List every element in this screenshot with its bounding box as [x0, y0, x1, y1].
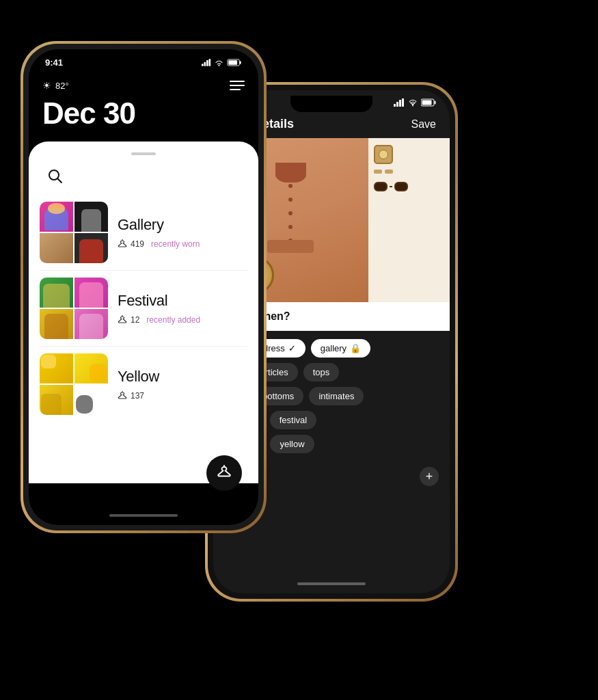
accessories-panel	[368, 138, 450, 302]
grid-cell-0	[40, 202, 73, 232]
festival-item-tag: recently added	[146, 315, 200, 325]
hanger-icon-festival	[118, 315, 127, 325]
grid-cell-1	[74, 202, 108, 232]
search-button[interactable]	[45, 166, 66, 187]
check-icon-dress: ✓	[288, 343, 296, 353]
hanger-icon-yellow	[118, 391, 127, 401]
svg-rect-6	[435, 101, 436, 105]
notch-phone1	[103, 55, 185, 71]
tag-chip-tops[interactable]: tops	[303, 363, 340, 381]
save-button[interactable]: Save	[411, 118, 436, 131]
svg-rect-9	[204, 62, 206, 66]
hanger-icon-gallery	[118, 239, 127, 249]
temperature-display: 82°	[55, 81, 69, 91]
yellow-item-name: Yellow	[118, 368, 247, 386]
hanger-fab-icon	[216, 465, 232, 481]
tag-label-gallery: gallery	[321, 343, 346, 353]
battery-icon-phone1	[227, 59, 242, 66]
grid-cell-3	[74, 233, 108, 263]
phone1-wrapper: 9:41	[21, 41, 267, 533]
svg-rect-14	[240, 61, 241, 64]
svg-point-12	[218, 64, 219, 66]
svg-rect-11	[209, 59, 211, 66]
hamburger-line-3	[230, 89, 241, 90]
tag-label-festival: festival	[280, 415, 307, 425]
tag-chip-gallery[interactable]: gallery 🔒	[311, 339, 370, 358]
svg-line-17	[58, 179, 62, 183]
battery-icon-phone2	[421, 98, 436, 109]
gallery-grid	[40, 202, 108, 263]
gallery-item-meta: 419 recently worn	[118, 239, 247, 249]
yellow-item-count: 137	[118, 391, 144, 401]
phone1-inner: 9:41	[23, 44, 264, 530]
festival-item-info: Festival 12 recently added	[108, 292, 247, 325]
festival-item-meta: 12 recently added	[118, 315, 247, 325]
phone1-screen: 9:41	[29, 49, 258, 525]
notch-phone2	[290, 96, 372, 112]
signal-icon-phone2	[394, 98, 405, 109]
tag-label-intimates: intimates	[318, 391, 354, 401]
tag-label-yellow: yellow	[280, 439, 304, 449]
wardrobe-item-festival[interactable]: Festival 12 recently added	[40, 271, 247, 347]
wifi-icon-phone1	[215, 59, 223, 66]
gallery-item-info: Gallery 419 recently worn	[108, 216, 247, 249]
sun-icon: ☀	[42, 80, 51, 91]
phone1-border: 9:41	[21, 41, 267, 533]
svg-rect-8	[202, 64, 204, 66]
svg-rect-0	[394, 104, 396, 107]
svg-rect-3	[402, 98, 404, 107]
yellow-cell-0	[40, 353, 73, 383]
gallery-item-tag: recently worn	[151, 239, 200, 249]
yellow-cell-1	[74, 353, 108, 383]
add-tag-button[interactable]: +	[420, 467, 439, 486]
festival-item-name: Festival	[118, 292, 247, 310]
tag-chip-festival[interactable]: festival	[270, 411, 316, 429]
hamburger-menu-button[interactable]	[230, 81, 245, 90]
signal-icon-phone1	[202, 59, 211, 66]
wardrobe-item-gallery[interactable]: Gallery 419 recently worn	[40, 195, 247, 271]
grid-cell-2	[40, 233, 73, 263]
yellow-item-info: Yellow 137	[108, 368, 247, 401]
phone1-topbar: ☀ 82°	[29, 75, 258, 96]
weather-info: ☀ 82°	[42, 80, 69, 91]
svg-rect-10	[206, 60, 208, 66]
yellow-item-meta: 137	[118, 391, 247, 401]
hamburger-line-2	[230, 85, 245, 86]
tag-label-bottoms: bottoms	[262, 391, 294, 401]
scene: Edit Details Save	[0, 0, 598, 700]
svg-rect-1	[396, 102, 398, 107]
home-indicator-phone2	[297, 582, 366, 585]
tag-chip-intimates[interactable]: intimates	[309, 387, 364, 405]
svg-point-4	[412, 105, 413, 106]
gallery-item-count: 419	[118, 239, 144, 249]
festival-cell-3	[74, 309, 108, 339]
yellow-cell-2	[40, 385, 73, 415]
yellow-cell-3	[74, 385, 108, 415]
svg-rect-7	[422, 100, 432, 105]
festival-item-count: 12	[118, 315, 139, 325]
svg-rect-2	[399, 100, 401, 107]
white-panel: Gallery 419 recently worn	[29, 142, 258, 483]
hamburger-line-1	[230, 81, 245, 82]
tag-chip-yellow[interactable]: yellow	[270, 435, 314, 453]
search-row	[40, 163, 247, 195]
festival-grid	[40, 278, 108, 339]
scroll-indicator	[131, 152, 156, 155]
status-icons-phone2	[394, 98, 436, 109]
wardrobe-item-yellow[interactable]: Yellow 137	[40, 347, 247, 422]
svg-rect-15	[228, 60, 237, 64]
home-indicator-phone1	[109, 514, 178, 517]
yellow-grid	[40, 353, 108, 415]
search-icon	[48, 169, 63, 184]
festival-cell-2	[40, 309, 73, 339]
date-heading: Dec 30	[29, 96, 258, 142]
festival-cell-1	[74, 278, 108, 308]
gallery-item-name: Gallery	[118, 216, 247, 234]
wifi-icon-phone2	[408, 99, 418, 109]
status-icons-phone1	[202, 59, 242, 66]
fab-button[interactable]	[206, 455, 242, 491]
tag-label-tops: tops	[313, 367, 330, 377]
lock-icon-gallery: 🔒	[350, 343, 361, 353]
time-display: 9:41	[45, 57, 63, 68]
festival-cell-0	[40, 278, 73, 308]
